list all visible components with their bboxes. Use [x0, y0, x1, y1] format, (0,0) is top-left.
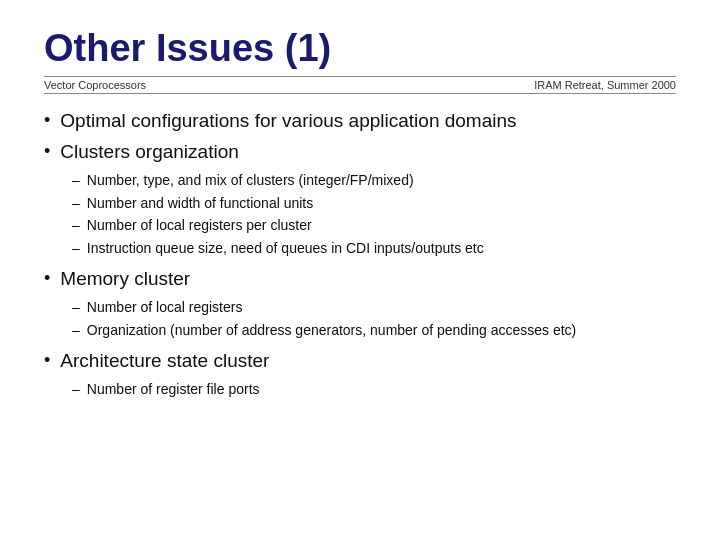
- sub-dash-5: –: [72, 298, 80, 318]
- sub-dash-4: –: [72, 239, 80, 259]
- bullet-optimal-text: Optimal configurations for various appli…: [60, 108, 516, 134]
- sub-bullets-clusters: – Number, type, and mix of clusters (int…: [72, 171, 676, 258]
- sub-text-memory-2: Organization (number of address generato…: [87, 321, 577, 341]
- bullet-dot-3: •: [44, 267, 50, 290]
- bullet-memory: • Memory cluster: [44, 266, 676, 292]
- bullet-dot-2: •: [44, 140, 50, 163]
- subtitle-right: IRAM Retreat, Summer 2000: [534, 79, 676, 91]
- sub-bullet-memory-1: – Number of local registers: [72, 298, 676, 318]
- sub-bullet-memory-2: – Organization (number of address genera…: [72, 321, 676, 341]
- bullet-group-optimal: • Optimal configurations for various app…: [44, 108, 676, 134]
- sub-text-clusters-2: Number and width of functional units: [87, 194, 313, 214]
- sub-bullet-arch-1: – Number of register file ports: [72, 380, 676, 400]
- bullet-group-memory: • Memory cluster – Number of local regis…: [44, 266, 676, 340]
- bullet-optimal: • Optimal configurations for various app…: [44, 108, 676, 134]
- subtitle-bar: Vector Coprocessors IRAM Retreat, Summer…: [44, 76, 676, 94]
- sub-dash-6: –: [72, 321, 80, 341]
- sub-text-clusters-3: Number of local registers per cluster: [87, 216, 312, 236]
- bullet-arch: • Architecture state cluster: [44, 348, 676, 374]
- subtitle-left: Vector Coprocessors: [44, 79, 146, 91]
- sub-text-clusters-1: Number, type, and mix of clusters (integ…: [87, 171, 414, 191]
- sub-dash-3: –: [72, 216, 80, 236]
- bullet-dot-1: •: [44, 109, 50, 132]
- sub-text-arch-1: Number of register file ports: [87, 380, 260, 400]
- bullet-group-arch: • Architecture state cluster – Number of…: [44, 348, 676, 399]
- bullet-clusters-text: Clusters organization: [60, 139, 238, 165]
- sub-text-clusters-4: Instruction queue size, need of queues i…: [87, 239, 484, 259]
- sub-bullets-memory: – Number of local registers – Organizati…: [72, 298, 676, 340]
- bullet-group-clusters: • Clusters organization – Number, type, …: [44, 139, 676, 258]
- sub-dash-7: –: [72, 380, 80, 400]
- bullet-dot-4: •: [44, 349, 50, 372]
- sub-bullet-clusters-2: – Number and width of functional units: [72, 194, 676, 214]
- sub-bullet-clusters-4: – Instruction queue size, need of queues…: [72, 239, 676, 259]
- sub-bullets-arch: – Number of register file ports: [72, 380, 676, 400]
- sub-bullet-clusters-3: – Number of local registers per cluster: [72, 216, 676, 236]
- slide-content: • Optimal configurations for various app…: [44, 108, 676, 400]
- slide-title: Other Issues (1): [44, 28, 676, 70]
- bullet-arch-text: Architecture state cluster: [60, 348, 269, 374]
- slide: Other Issues (1) Vector Coprocessors IRA…: [0, 0, 720, 540]
- sub-bullet-clusters-1: – Number, type, and mix of clusters (int…: [72, 171, 676, 191]
- bullet-memory-text: Memory cluster: [60, 266, 190, 292]
- bullet-clusters: • Clusters organization: [44, 139, 676, 165]
- sub-dash-1: –: [72, 171, 80, 191]
- sub-dash-2: –: [72, 194, 80, 214]
- sub-text-memory-1: Number of local registers: [87, 298, 243, 318]
